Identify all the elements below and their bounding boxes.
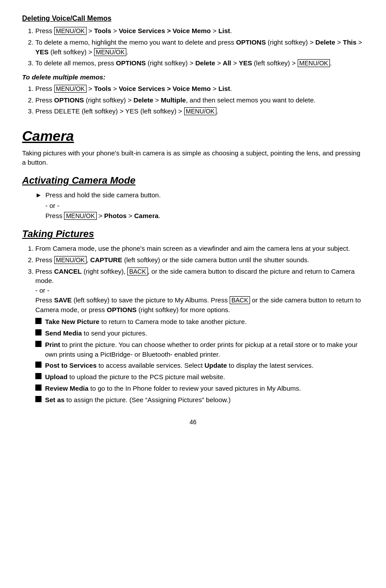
deleting-steps-list: Press MENU/OK > Tools > Voice Services >…: [35, 26, 364, 68]
bullet-send-media: Send Media to send your pictures.: [35, 328, 364, 338]
activating-step1-text: Press and hold the side camera button.: [45, 191, 161, 199]
bullet-send-media-text: Send Media to send your pictures.: [45, 328, 147, 338]
menu-ok-box-2: MENU/OK: [94, 48, 126, 56]
bullet-post-services: Post to Services to access available ser…: [35, 361, 364, 370]
menu-ok-box-1: MENU/OK: [54, 27, 87, 35]
deleting-step-3: To delete all memos, press OPTIONS (righ…: [35, 58, 364, 68]
bullet-print-text: Print to print the picture. You can choo…: [45, 340, 364, 359]
bullet-review-media: Review Media to go to the In Phone folde…: [35, 384, 364, 393]
activating-step2: Press MENU/OK > Photos > Camera.: [45, 211, 161, 221]
bullet-set-as: Set as to assign the picture. (See “Assi…: [35, 395, 364, 405]
deleting-step-2: To delete a memo, highlight the memo you…: [35, 38, 364, 57]
bullet-square-5: [35, 373, 42, 379]
multiple-step-1: Press MENU/OK > Tools > Voice Services >…: [35, 84, 364, 94]
activating-section: Activating Camera Mode ► Press and hold …: [22, 173, 364, 221]
or-line-1: - or -: [45, 201, 161, 211]
deleting-title: Deleting Voice/Call Memos: [22, 13, 364, 23]
taking-title: Taking Pictures: [22, 227, 364, 241]
camera-title: Camera: [22, 126, 364, 146]
taking-steps-list: From Camera mode, use the phone's main s…: [35, 244, 364, 404]
multiple-step-3: Press DELETE (left softkey) > YES (left …: [35, 106, 364, 116]
multiple-memos-title: To delete multiple memos:: [22, 73, 106, 81]
activating-arrow-item: ► Press and hold the side camera button.…: [35, 190, 364, 221]
bullet-print: Print to print the picture. You can choo…: [35, 340, 364, 359]
deleting-section: Deleting Voice/Call Memos Press MENU/OK …: [22, 13, 364, 116]
bullet-take-new-text: Take New Picture to return to Camera mod…: [45, 317, 247, 327]
bullet-square-4: [35, 362, 42, 368]
bullet-take-new: Take New Picture to return to Camera mod…: [35, 317, 364, 327]
back-box-1: BACK: [127, 268, 148, 275]
menu-ok-box-5: MENU/OK: [184, 107, 216, 115]
back-box-2: BACK: [230, 296, 250, 304]
bullet-square-6: [35, 384, 42, 391]
camera-description: Taking pictures with your phone's built-…: [22, 148, 364, 168]
options-bullet-list: Take New Picture to return to Camera mod…: [35, 317, 364, 404]
bullet-square-2: [35, 329, 42, 335]
bullet-square-1: [35, 318, 42, 324]
menu-ok-box-7: MENU/OK: [54, 256, 87, 264]
menu-ok-box-4: MENU/OK: [54, 85, 87, 93]
bullet-upload: Upload to upload the picture to the PCS …: [35, 372, 364, 382]
arrow-symbol: ►: [35, 190, 42, 221]
taking-section: Taking Pictures From Camera mode, use th…: [22, 227, 364, 404]
bullet-upload-text: Upload to upload the picture to the PCS …: [45, 372, 225, 382]
page-number: 46: [22, 418, 364, 426]
menu-ok-box-6: MENU/OK: [64, 212, 96, 220]
bullet-square-7: [35, 396, 42, 402]
taking-step-1: From Camera mode, use the phone's main s…: [35, 244, 364, 253]
camera-section: Camera Taking pictures with your phone's…: [22, 126, 364, 167]
or-line-2: - or -: [35, 286, 49, 294]
multiple-step-2: Press OPTIONS (right softkey) > Delete >…: [35, 95, 364, 105]
bullet-square-3: [35, 341, 42, 347]
bullet-set-as-text: Set as to assign the picture. (See “Assi…: [45, 395, 231, 405]
deleting-step-1: Press MENU/OK > Tools > Voice Services >…: [35, 26, 364, 36]
taking-step-2: Press MENU/OK, CAPTURE (left softkey) or…: [35, 255, 364, 265]
menu-ok-box-3: MENU/OK: [298, 59, 330, 67]
page-number-text: 46: [189, 418, 197, 426]
activating-title: Activating Camera Mode: [22, 173, 364, 188]
bullet-post-services-text: Post to Services to access available ser…: [45, 361, 314, 370]
taking-step-3: Press CANCEL (right softkey), BACK, or t…: [35, 267, 364, 405]
bullet-review-media-text: Review Media to go to the In Phone folde…: [45, 384, 301, 393]
multiple-steps-list: Press MENU/OK > Tools > Voice Services >…: [35, 84, 364, 116]
